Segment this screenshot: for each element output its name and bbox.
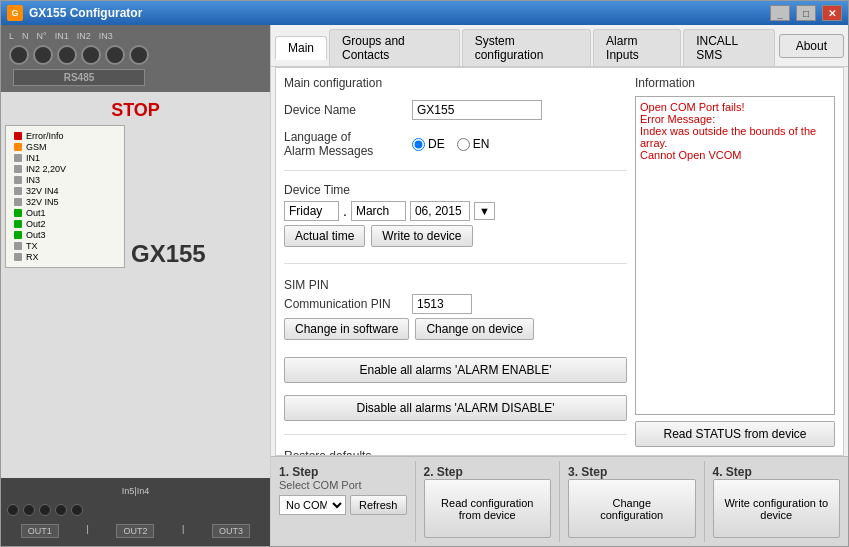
led-in2	[14, 165, 22, 173]
tab-incall-sms[interactable]: INCALL SMS	[683, 29, 774, 66]
device-name-input[interactable]	[412, 100, 542, 120]
app-icon: G	[7, 5, 23, 21]
step2-number: 2. Step	[424, 465, 552, 479]
step4-number: 4. Step	[713, 465, 841, 479]
com-port-select[interactable]: No COM available	[279, 495, 346, 515]
led-row: TX	[14, 241, 116, 251]
led-row: 32V IN5	[14, 197, 116, 207]
main-config-label: Main configuration	[284, 76, 627, 90]
minimize-button[interactable]: _	[770, 5, 790, 21]
step1-controls: No COM available Refresh	[279, 495, 407, 515]
device-name-row: Device Name	[284, 100, 627, 120]
step-3: 3. Step Changeconfiguration	[564, 461, 700, 542]
radio-en[interactable]: EN	[457, 137, 490, 151]
led-error	[14, 132, 22, 140]
led-in1	[14, 154, 22, 162]
stop-text: STOP	[111, 100, 160, 121]
dot	[23, 504, 35, 516]
actual-time-button[interactable]: Actual time	[284, 225, 365, 247]
led-row: 32V IN4	[14, 186, 116, 196]
window-title: GX155 Configurator	[29, 6, 764, 20]
info-section: Information Open COM Port fails!Error Me…	[635, 76, 835, 447]
info-box: Open COM Port fails!Error Message:Index …	[635, 96, 835, 415]
close-button[interactable]: ✕	[822, 5, 842, 21]
rs485-label: RS485	[13, 69, 145, 86]
led-in4	[14, 187, 22, 195]
terminal-in2	[105, 45, 125, 65]
terminal-l	[9, 45, 29, 65]
out-labels: OUT1 | OUT2 | OUT3	[7, 522, 264, 540]
sim-btn-row: Change in software Change on device	[284, 318, 627, 340]
led-row: Out3	[14, 230, 116, 240]
about-button[interactable]: About	[779, 34, 844, 58]
terminal-in3	[129, 45, 149, 65]
maximize-button[interactable]: □	[796, 5, 816, 21]
comm-pin-row: Communication PIN	[284, 294, 627, 314]
read-config-button[interactable]: Read configuration from device	[424, 479, 552, 538]
step-1: 1. Step Select COM Port No COM available…	[275, 461, 411, 542]
day-input[interactable]	[284, 201, 339, 221]
device-time-label: Device Time	[284, 183, 627, 197]
led-rx	[14, 253, 22, 261]
main-area: Main Groups and Contacts System configur…	[271, 25, 848, 546]
device-top: L N N° IN1 IN2 IN3	[1, 25, 270, 92]
dots-row	[7, 502, 264, 518]
main-window: G GX155 Configurator _ □ ✕ L N N° IN1 IN…	[0, 0, 849, 547]
terminal-n	[33, 45, 53, 65]
tab-groups[interactable]: Groups and Contacts	[329, 29, 460, 66]
led-row: Out2	[14, 219, 116, 229]
radio-de[interactable]: DE	[412, 137, 445, 151]
led-out1	[14, 209, 22, 217]
sim-pin-label: SIM PIN	[284, 278, 627, 292]
restore-section: Restore defaults Factory Reset	[284, 449, 627, 456]
config-section: Main configuration Device Name Language …	[284, 76, 627, 447]
comm-pin-input[interactable]	[412, 294, 472, 314]
led-out2	[14, 220, 22, 228]
led-row: GSM	[14, 142, 116, 152]
device-panel: L N N° IN1 IN2 IN3	[1, 25, 271, 546]
disable-alarms-button[interactable]: Disable all alarms 'ALARM DISABLE'	[284, 395, 627, 421]
dot	[71, 504, 83, 516]
led-in3	[14, 176, 22, 184]
change-config-button[interactable]: Changeconfiguration	[568, 479, 696, 538]
tab-alarm-inputs[interactable]: Alarm Inputs	[593, 29, 681, 66]
step3-number: 3. Step	[568, 465, 696, 479]
year-input[interactable]	[410, 201, 470, 221]
write-device-button[interactable]: Write to device	[371, 225, 472, 247]
step-4: 4. Step Write configuration to device	[709, 461, 845, 542]
led-tx	[14, 242, 22, 250]
step1-title: Select COM Port	[279, 479, 407, 491]
io-labels: In5|In4	[7, 484, 264, 498]
info-content: Open COM Port fails!Error Message:Index …	[640, 101, 816, 161]
change-software-button[interactable]: Change in software	[284, 318, 409, 340]
tab-content: Main configuration Device Name Language …	[275, 67, 844, 456]
led-row: Out1	[14, 208, 116, 218]
dot	[7, 504, 19, 516]
tab-bar: Main Groups and Contacts System configur…	[271, 25, 848, 67]
led-row: Error/Info	[14, 131, 116, 141]
write-config-button[interactable]: Write configuration to device	[713, 479, 841, 538]
date-row: . ▼	[284, 201, 627, 221]
enable-alarms-button[interactable]: Enable all alarms 'ALARM ENABLE'	[284, 357, 627, 383]
title-bar: G GX155 Configurator _ □ ✕	[1, 1, 848, 25]
restore-label: Restore defaults	[284, 449, 627, 456]
read-status-button[interactable]: Read STATUS from device	[635, 421, 835, 447]
in-label: In5|In4	[122, 486, 149, 496]
info-label: Information	[635, 76, 835, 90]
month-input[interactable]	[351, 201, 406, 221]
refresh-button[interactable]: Refresh	[350, 495, 407, 515]
terminal-circles	[9, 45, 149, 65]
tab-main[interactable]: Main	[275, 36, 327, 60]
change-device-button[interactable]: Change on device	[415, 318, 534, 340]
out1-label: OUT1	[21, 524, 59, 538]
device-bottom: In5|In4 OUT1 | OUT2 | OUT3	[1, 478, 270, 546]
time-btn-row: Actual time Write to device	[284, 225, 627, 247]
terminal-n0	[57, 45, 77, 65]
terminal-labels: L N N° IN1 IN2 IN3	[9, 29, 149, 43]
device-body: STOP Error/Info GSM IN1 IN2 2,20V IN3 32…	[1, 92, 270, 478]
language-row: Language ofAlarm Messages DE EN	[284, 130, 627, 158]
dot	[39, 504, 51, 516]
tab-system-config[interactable]: System configuration	[462, 29, 591, 66]
calendar-button[interactable]: ▼	[474, 202, 495, 220]
language-radio-group: DE EN	[412, 137, 489, 151]
